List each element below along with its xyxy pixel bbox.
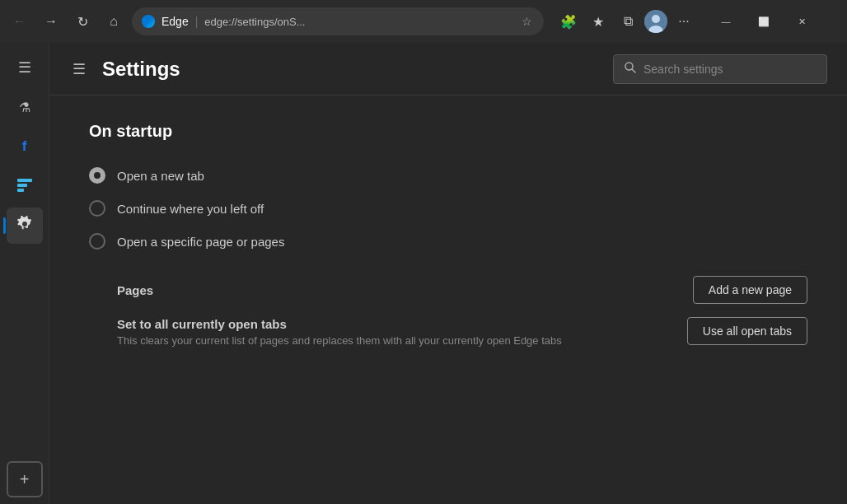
- pages-section: Pages Add a new page Set to all currentl…: [117, 276, 807, 347]
- extensions-icon: 🧩: [560, 14, 577, 30]
- sidebar-add-button[interactable]: +: [7, 461, 43, 497]
- maximize-icon: ⬜: [758, 16, 770, 27]
- search-icon: [624, 61, 637, 77]
- radio-new-tab[interactable]: Open a new tab: [89, 167, 807, 184]
- home-button[interactable]: ⌂: [101, 8, 127, 35]
- edge-logo-icon: [142, 15, 155, 28]
- radio-circle-new-tab: [89, 167, 105, 184]
- address-bar-icons: ☆: [520, 13, 534, 30]
- labs-icon: ⚗: [19, 100, 30, 115]
- sidebar: ☰ ⚗ f +: [0, 43, 49, 504]
- radio-label-continue: Continue where you left off: [117, 202, 264, 216]
- svg-line-7: [632, 69, 635, 72]
- svg-point-1: [652, 15, 660, 23]
- collections-button[interactable]: ★: [585, 8, 611, 35]
- pages-label: Pages: [117, 283, 153, 297]
- radio-specific-page[interactable]: Open a specific page or pages: [89, 233, 807, 250]
- split-tab-button[interactable]: ⧉: [615, 8, 641, 35]
- more-options-button[interactable]: ···: [671, 8, 697, 35]
- radio-continue[interactable]: Continue where you left off: [89, 200, 807, 217]
- settings-content: On startup Open a new tab Continue where…: [49, 96, 847, 504]
- forward-icon: →: [44, 14, 58, 29]
- svg-rect-5: [17, 189, 24, 192]
- open-tabs-text-block: Set to all currently open tabs This clea…: [117, 317, 562, 347]
- address-url: edge://settings/onS...: [204, 16, 513, 28]
- radio-circle-continue: [89, 200, 105, 217]
- pages-row: Pages Add a new page: [117, 276, 807, 304]
- radio-label-new-tab: Open a new tab: [117, 169, 204, 183]
- back-button[interactable]: ←: [7, 8, 33, 35]
- add-icon: +: [20, 470, 30, 489]
- hamburger-icon: ☰: [73, 61, 86, 77]
- titlebar: ← → ↻ ⌂ Edge | edge://settings/onS... ☆ …: [0, 0, 847, 43]
- sidebar-item-settings[interactable]: [7, 208, 43, 244]
- address-separator: |: [195, 15, 199, 28]
- favorites-star-icon[interactable]: ☆: [520, 13, 534, 30]
- collections-icon: [16, 175, 34, 198]
- forward-button[interactable]: →: [38, 8, 64, 35]
- startup-radio-group: Open a new tab Continue where you left o…: [89, 167, 807, 250]
- sidebar-item-facebook[interactable]: f: [7, 128, 43, 165]
- minimize-button[interactable]: —: [707, 7, 745, 35]
- search-settings-box[interactable]: [613, 54, 827, 84]
- settings-icon: [16, 216, 33, 236]
- open-tabs-row: Set to all currently open tabs This clea…: [117, 317, 807, 347]
- add-new-page-button[interactable]: Add a new page: [693, 276, 807, 304]
- profile-avatar[interactable]: [644, 10, 667, 33]
- settings-header: ☰ Settings: [49, 43, 847, 96]
- sidebar-item-collections[interactable]: [7, 168, 43, 204]
- more-options-icon: ···: [678, 14, 689, 29]
- browser-name-label: Edge: [161, 15, 189, 28]
- titlebar-right-actions: 🧩 ★ ⧉ ···: [555, 8, 697, 35]
- open-tabs-desc: This clears your current list of pages a…: [117, 334, 562, 347]
- facebook-icon: f: [22, 138, 27, 155]
- refresh-button[interactable]: ↻: [69, 8, 96, 35]
- search-settings-input[interactable]: [643, 63, 817, 76]
- home-icon: ⌂: [110, 14, 118, 29]
- sidebar-item-menu[interactable]: ☰: [7, 49, 43, 86]
- close-icon: ✕: [798, 16, 806, 27]
- radio-label-specific: Open a specific page or pages: [117, 235, 284, 249]
- use-all-open-tabs-button[interactable]: Use all open tabs: [687, 317, 807, 345]
- open-tabs-heading: Set to all currently open tabs: [117, 317, 562, 331]
- sidebar-item-labs[interactable]: ⚗: [7, 89, 43, 125]
- extensions-button[interactable]: 🧩: [555, 8, 582, 35]
- settings-menu-toggle[interactable]: ☰: [69, 57, 89, 82]
- collections-icon: ★: [592, 14, 604, 30]
- content-area: ☰ Settings On startup: [49, 43, 847, 504]
- close-button[interactable]: ✕: [783, 7, 821, 35]
- split-tab-icon: ⧉: [624, 14, 633, 29]
- window-controls: — ⬜ ✕: [707, 7, 821, 35]
- maximize-button[interactable]: ⬜: [745, 7, 783, 35]
- section-title: On startup: [89, 122, 807, 141]
- menu-icon: ☰: [18, 58, 31, 77]
- refresh-icon: ↻: [77, 14, 88, 30]
- address-bar[interactable]: Edge | edge://settings/onS... ☆: [132, 7, 544, 35]
- page-title: Settings: [102, 58, 600, 81]
- svg-rect-4: [17, 184, 27, 187]
- minimize-icon: —: [722, 16, 731, 26]
- app-body: ☰ ⚗ f +: [0, 43, 847, 504]
- radio-circle-specific: [89, 233, 105, 250]
- svg-rect-3: [17, 179, 32, 182]
- back-icon: ←: [13, 14, 26, 29]
